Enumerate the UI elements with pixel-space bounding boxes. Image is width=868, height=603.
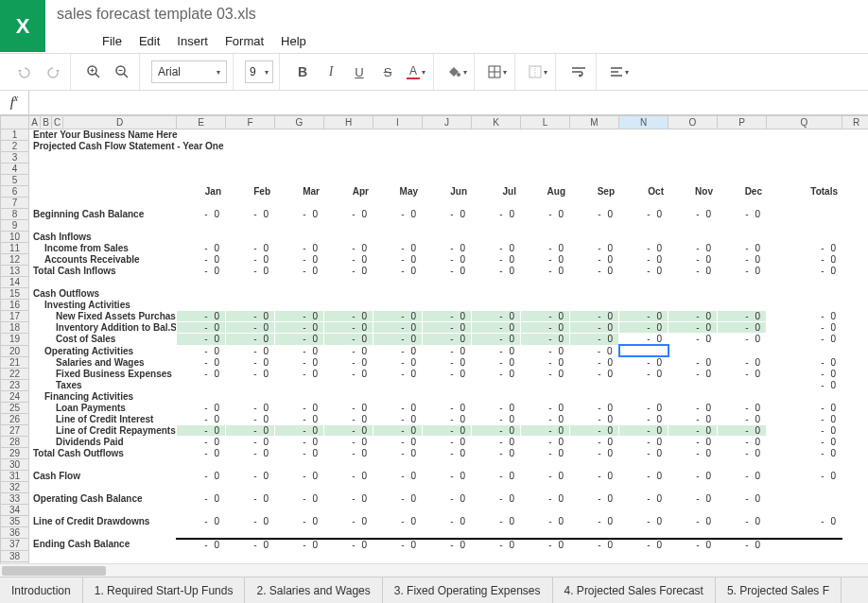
cell[interactable]: [842, 561, 869, 563]
cell[interactable]: [29, 527, 41, 539]
col-head-F[interactable]: F: [226, 116, 275, 129]
row-head-4[interactable]: 4: [1, 164, 29, 175]
data-cell[interactable]: - 0: [177, 539, 226, 551]
label-cell[interactable]: Cash Inflows: [29, 232, 177, 243]
cell[interactable]: [177, 175, 226, 186]
cell[interactable]: [570, 198, 619, 209]
cell[interactable]: [63, 482, 177, 493]
cell[interactable]: [619, 220, 668, 232]
cell[interactable]: [41, 459, 52, 471]
data-cell[interactable]: - 0: [472, 516, 521, 527]
data-cell[interactable]: [177, 380, 226, 391]
data-cell[interactable]: - 0: [275, 209, 324, 220]
row-head-21[interactable]: 21: [1, 356, 29, 369]
tab-sales-forecast[interactable]: 4. Projected Sales Forecast: [553, 577, 716, 603]
row-head-32[interactable]: 32: [1, 482, 29, 493]
cell[interactable]: [521, 527, 570, 539]
data-cell[interactable]: - 0: [570, 369, 619, 380]
data-cell[interactable]: - 0: [668, 311, 718, 322]
data-cell-total[interactable]: - 0: [767, 311, 842, 322]
month-header[interactable]: Oct: [619, 186, 668, 198]
cell[interactable]: [52, 152, 63, 164]
data-cell[interactable]: - 0: [423, 356, 472, 369]
row-head-18[interactable]: 18: [1, 322, 29, 334]
data-cell[interactable]: - 0: [472, 414, 521, 425]
cell[interactable]: [472, 198, 521, 209]
cell[interactable]: [177, 561, 226, 563]
cell[interactable]: [41, 437, 52, 448]
cell[interactable]: [767, 391, 842, 403]
data-cell[interactable]: [619, 380, 668, 391]
cell[interactable]: [324, 561, 373, 563]
cell[interactable]: [619, 288, 668, 300]
font-size-select[interactable]: 9▾: [245, 60, 273, 83]
cell[interactable]: [275, 300, 324, 311]
cell[interactable]: [423, 175, 472, 186]
label-cell[interactable]: Total Cash Outflows: [29, 448, 177, 459]
cell[interactable]: [423, 232, 472, 243]
cell[interactable]: [41, 550, 52, 561]
cell[interactable]: [63, 561, 177, 563]
data-cell[interactable]: - 0: [718, 516, 767, 527]
cell[interactable]: [472, 300, 521, 311]
undo-button[interactable]: [13, 60, 36, 83]
data-cell[interactable]: - 0: [275, 311, 324, 322]
row-head-35[interactable]: 35: [1, 516, 29, 527]
cell[interactable]: [41, 198, 52, 209]
data-cell[interactable]: - 0: [177, 437, 226, 448]
data-cell[interactable]: - 0: [619, 322, 668, 334]
data-cell[interactable]: - 0: [324, 403, 373, 414]
data-cell[interactable]: - 0: [472, 209, 521, 220]
cell[interactable]: [226, 300, 275, 311]
row-head-22[interactable]: 22: [1, 369, 29, 380]
cell[interactable]: [570, 164, 619, 175]
cell[interactable]: [668, 505, 718, 516]
col-head-J[interactable]: J: [423, 116, 472, 129]
cell[interactable]: [842, 300, 869, 311]
cell[interactable]: [668, 164, 718, 175]
cell[interactable]: [29, 243, 41, 254]
cell[interactable]: [29, 425, 41, 437]
data-cell[interactable]: - 0: [619, 243, 668, 254]
data-cell[interactable]: - 0: [668, 516, 718, 527]
cell[interactable]: [423, 459, 472, 471]
data-cell[interactable]: - 0: [373, 448, 423, 459]
row-head-37[interactable]: 37: [1, 539, 29, 551]
cell[interactable]: [767, 527, 842, 539]
tab-startup-funds[interactable]: 1. Required Start-Up Funds: [83, 577, 246, 603]
cell[interactable]: [570, 482, 619, 493]
cell[interactable]: [423, 152, 472, 164]
data-cell[interactable]: - 0: [275, 414, 324, 425]
cell[interactable]: [324, 527, 373, 539]
data-cell[interactable]: - 0: [619, 311, 668, 322]
cell[interactable]: [29, 311, 41, 322]
cell[interactable]: [472, 277, 521, 288]
data-cell[interactable]: - 0: [718, 539, 767, 551]
cell[interactable]: [472, 459, 521, 471]
data-cell[interactable]: - 0: [521, 403, 570, 414]
data-cell[interactable]: - 0: [324, 414, 373, 425]
data-cell[interactable]: - 0: [226, 266, 275, 277]
cell[interactable]: [41, 369, 52, 380]
data-cell[interactable]: - 0: [718, 437, 767, 448]
cell[interactable]: [842, 345, 869, 356]
cell[interactable]: [275, 391, 324, 403]
cell[interactable]: [619, 300, 668, 311]
cell[interactable]: [29, 414, 41, 425]
month-header[interactable]: Totals: [767, 186, 842, 198]
data-cell[interactable]: - 0: [423, 311, 472, 322]
data-cell[interactable]: [718, 345, 767, 356]
data-cell[interactable]: - 0: [423, 322, 472, 334]
cell[interactable]: [41, 380, 52, 391]
cell[interactable]: [324, 391, 373, 403]
cell[interactable]: [177, 288, 226, 300]
label-cell[interactable]: Ending Cash Balance: [29, 539, 177, 551]
cell[interactable]: [275, 220, 324, 232]
data-cell[interactable]: - 0: [521, 471, 570, 482]
cell[interactable]: [668, 300, 718, 311]
cell[interactable]: [570, 277, 619, 288]
data-cell[interactable]: - 0: [619, 403, 668, 414]
cell[interactable]: [63, 459, 177, 471]
cell[interactable]: [29, 550, 41, 561]
spreadsheet-grid[interactable]: ABCDEFGHIJKLMNOPQR 1Enter Your Business …: [0, 115, 868, 563]
